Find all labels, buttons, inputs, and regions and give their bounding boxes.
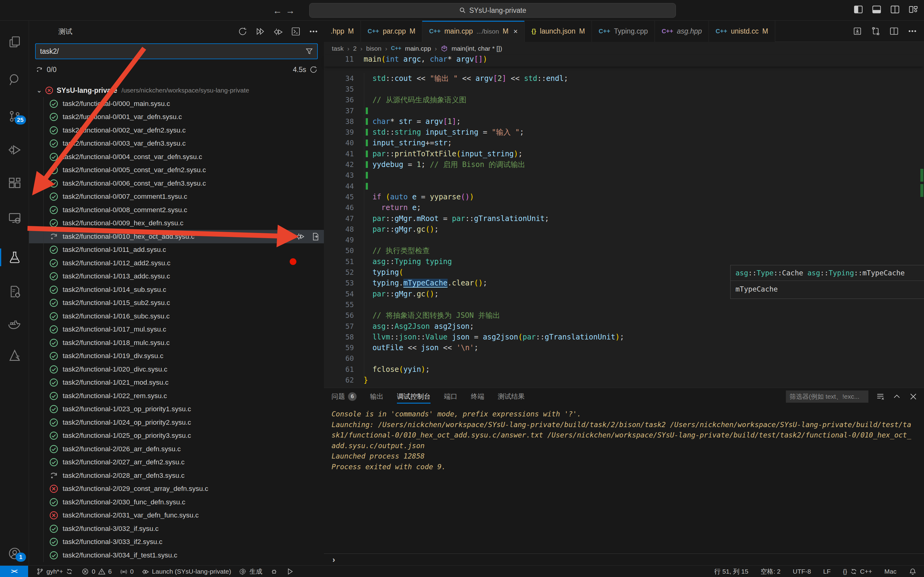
debug-console-input[interactable]: › xyxy=(324,553,924,566)
code-line-61[interactable]: 61 fclose(yyin); xyxy=(324,364,924,375)
source-control-icon[interactable]: 25 xyxy=(0,106,29,127)
cursor-position[interactable]: 行 51, 列 15 xyxy=(714,567,748,576)
split-editor-icon[interactable] xyxy=(890,4,900,15)
test-item[interactable]: task2/functional-1/012_add2.sysu.c xyxy=(29,256,324,270)
test-item[interactable]: task2/functional-1/015_sub2.sysu.c xyxy=(29,297,324,310)
test-item[interactable]: task2/functional-0/005_const_var_defn2.s… xyxy=(29,164,324,177)
test-item[interactable]: task2/functional-1/014_sub.sysu.c xyxy=(29,283,324,297)
panel-tab-端口[interactable]: 端口 xyxy=(444,388,457,405)
code-line-41[interactable]: 41 par::printToTxtFile(input_string); xyxy=(324,148,924,159)
panel-tab-输出[interactable]: 输出 xyxy=(370,388,383,405)
panel-tab-问题[interactable]: 问题6 xyxy=(331,388,357,405)
tab-main.cpp[interactable]: C++main.cpp.../bisonM× xyxy=(422,21,525,42)
remote-indicator[interactable]: >< xyxy=(0,566,28,577)
code-line-56[interactable]: 56 // 将抽象语义图转换为 JSON 并输出 xyxy=(324,310,924,321)
toggle-sidebar-icon[interactable] xyxy=(853,4,864,15)
test-item[interactable]: task2/functional-3/034_if_test1.sysu.c xyxy=(29,549,324,562)
breadcrumb-item[interactable]: 2 xyxy=(353,45,357,52)
more-editor-actions-icon[interactable] xyxy=(908,26,917,36)
panel-tab-调试控制台[interactable]: 调试控制台 xyxy=(397,388,431,405)
ports-item[interactable]: 0 xyxy=(120,567,134,575)
test-item[interactable]: task2/functional-1/020_divc.sysu.c xyxy=(29,363,324,376)
test-item[interactable]: task2/functional-0/009_hex_defn.sysu.c xyxy=(29,217,324,230)
code-line-44[interactable]: 44 xyxy=(324,181,924,192)
test-item[interactable]: task2/functional-0/002_var_defn2.sysu.c xyxy=(29,124,324,137)
test-item[interactable]: task2/functional-3/032_if.sysu.c xyxy=(29,522,324,535)
test-item[interactable]: task2/functional-2/028_arr_defn3.sysu.c xyxy=(29,469,324,482)
test-item[interactable]: task2/functional-1/025_op_priority3.sysu… xyxy=(29,429,324,443)
compare-changes-icon[interactable] xyxy=(871,26,880,36)
test-item[interactable]: task2/functional-1/018_mulc.sysu.c xyxy=(29,336,324,350)
breakpoint-dot[interactable] xyxy=(290,258,296,265)
code-line-49[interactable]: 49 xyxy=(324,235,924,245)
build-item[interactable]: 生成 xyxy=(239,567,262,576)
remote-explorer-icon[interactable] xyxy=(0,208,29,229)
cmake-tools-icon[interactable] xyxy=(0,281,29,302)
nav-back-icon[interactable]: ← xyxy=(272,5,283,16)
code-line-37[interactable]: 37 xyxy=(324,105,924,116)
test-item[interactable]: task2/functional-1/016_subc.sysu.c xyxy=(29,309,324,323)
test-item[interactable]: task2/functional-0/000_main.sysu.c xyxy=(29,97,324,111)
customize-layout-icon[interactable] xyxy=(908,4,919,15)
eol[interactable]: LF xyxy=(823,568,831,575)
test-item[interactable]: task2/functional-2/031_var_defn_func.sys… xyxy=(29,509,324,522)
problems-item[interactable]: 0 6 xyxy=(81,567,111,575)
code-line-58[interactable]: 58 llvm::json::Value json = asg2json(par… xyxy=(324,332,924,342)
tab-Typing.cpp[interactable]: C++Typing.cpp xyxy=(592,21,655,42)
test-item[interactable]: task2/functional-2/027_arr_defn2.sysu.c xyxy=(29,456,324,469)
breadcrumb[interactable]: task›2›bison›C++main.cpp›main(int, char … xyxy=(324,42,924,55)
code-line-46[interactable]: 46 return e; xyxy=(324,202,924,213)
run-all-tests-icon[interactable] xyxy=(255,27,265,36)
run-debug-icon[interactable] xyxy=(0,139,29,161)
rerun-icon[interactable] xyxy=(35,65,44,74)
language-mode[interactable]: {} C++ xyxy=(843,567,872,575)
test-item[interactable]: task2/functional-0/006_const_var_defn3.s… xyxy=(29,177,324,190)
notifications-item[interactable] xyxy=(909,567,917,575)
test-item[interactable]: task2/functional-0/003_var_defn3.sysu.c xyxy=(29,137,324,150)
code-line-38[interactable]: 38 char* str = argv[1]; xyxy=(324,116,924,127)
panel-tab-测试结果[interactable]: 测试结果 xyxy=(498,388,525,405)
code-line-39[interactable]: 39 std::string input_string = "输入 "; xyxy=(324,127,924,138)
tab-launch.json[interactable]: {}launch.jsonM xyxy=(525,21,592,42)
test-item[interactable]: task2/functional-1/021_mod.sysu.c xyxy=(29,376,324,390)
tree-root-row[interactable]: ⌄ SYsU-lang-private /users/nickchen/work… xyxy=(29,84,324,97)
panel-tab-终端[interactable]: 终端 xyxy=(471,388,484,405)
test-item[interactable]: task2/functional-0/001_var_defn.sysu.c xyxy=(29,111,324,124)
code-line-34[interactable]: 34 std::cout << "输出 " << argv[2] << std:… xyxy=(324,73,924,84)
code-line-50[interactable]: 50 // 执行类型检查 xyxy=(324,245,924,256)
code-line-60[interactable]: 60 xyxy=(324,353,924,364)
more-actions-icon[interactable] xyxy=(309,27,318,36)
code-line-62[interactable]: 62} xyxy=(324,375,924,385)
test-item[interactable]: task2/functional-0/004_const_var_defn.sy… xyxy=(29,150,324,164)
testing-icon[interactable] xyxy=(0,247,29,268)
test-item[interactable]: task2/functional-1/013_addc.sysu.c xyxy=(29,270,324,283)
test-item[interactable]: task2/functional-1/011_add.sysu.c xyxy=(29,243,324,257)
debug-item[interactable] xyxy=(270,567,278,575)
test-item[interactable]: task2/functional-3/033_if2.sysu.c xyxy=(29,535,324,549)
test-item[interactable]: task2/functional-0/008_comment2.sysu.c xyxy=(29,203,324,217)
tab-unistd.cc[interactable]: C++unistd.ccM xyxy=(709,21,775,42)
tab-.hpp[interactable]: .hppM xyxy=(324,21,361,42)
breadcrumb-item[interactable]: task xyxy=(332,45,344,52)
show-output-icon[interactable] xyxy=(291,27,300,36)
encoding[interactable]: UTF-8 xyxy=(793,568,811,575)
toggle-panel-icon[interactable] xyxy=(871,4,882,15)
test-item[interactable]: task2/functional-1/024_op_priority2.sysu… xyxy=(29,416,324,429)
code-line-42[interactable]: 42 yydebug = 1; // 启用 Bison 的调试输出 xyxy=(324,159,924,170)
code-line-40[interactable]: 40 input_string+=str; xyxy=(324,138,924,148)
docker-icon[interactable] xyxy=(0,313,29,335)
maximize-panel-icon[interactable] xyxy=(892,392,901,401)
test-item[interactable]: task2/functional-2/026_arr_defn.sysu.c xyxy=(29,442,324,456)
test-item[interactable]: task2/functional-2/030_func_defn.sysu.c xyxy=(29,495,324,509)
close-tab-icon[interactable]: × xyxy=(513,27,518,36)
clear-console-icon[interactable] xyxy=(876,392,885,401)
branch-item[interactable]: gyh*+ xyxy=(36,567,73,575)
cmake-icon[interactable] xyxy=(0,345,29,366)
test-item[interactable]: task2/functional-0/010_hex_oct_add.sysu.… xyxy=(29,230,324,243)
tab-asg.hpp[interactable]: C++asg.hpp xyxy=(655,21,709,42)
test-item[interactable]: task2/functional-1/017_mul.sysu.c xyxy=(29,323,324,337)
code-line-59[interactable]: 59 outFile << json << '\n'; xyxy=(324,343,924,353)
os-indicator[interactable]: Mac xyxy=(884,568,897,575)
test-item[interactable]: task2/functional-1/019_div.sysu.c xyxy=(29,350,324,363)
test-item[interactable]: task2/functional-1/023_op_priority1.sysu… xyxy=(29,403,324,416)
